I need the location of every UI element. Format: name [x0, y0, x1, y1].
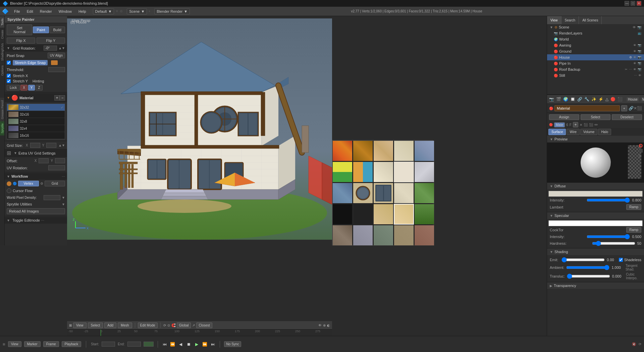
tex-cell-4-3[interactable]: [394, 225, 414, 246]
tex-cell-4-2[interactable]: [373, 225, 393, 246]
sphere-preview-icon[interactable]: ⭕: [639, 144, 643, 148]
offset-y-input[interactable]: 0: [55, 158, 65, 163]
grid-y-input[interactable]: 16: [46, 143, 56, 148]
snap-icon[interactable]: 🧲: [171, 324, 175, 327]
play-reverse-button[interactable]: ◀: [178, 342, 183, 347]
outliner-awning[interactable]: 🔴 Awning 👁 📷: [547, 42, 644, 48]
create-tab[interactable]: Create: [0, 27, 4, 41]
stretch-y-checkbox[interactable]: [7, 79, 11, 83]
object-prop-icon[interactable]: 🔲: [570, 97, 575, 102]
proportional-edit-icon[interactable]: ⊙: [167, 324, 170, 327]
file-menu[interactable]: File: [11, 9, 23, 14]
wire-tab[interactable]: Wire: [567, 129, 580, 135]
uv-rotation-input[interactable]: 0°: [48, 165, 65, 170]
assign-button[interactable]: Assign: [549, 114, 579, 120]
data-icon[interactable]: △: [605, 97, 608, 102]
surface-tab[interactable]: Surface: [548, 129, 566, 135]
window-menu[interactable]: Window: [56, 9, 74, 14]
mode-dropdown[interactable]: Default ▼: [93, 8, 114, 14]
minimize-button[interactable]: —: [625, 1, 629, 6]
tex-cell-1-2[interactable]: [373, 162, 393, 182]
hardness-slider[interactable]: [592, 241, 635, 246]
start-frame-input[interactable]: 1: [102, 342, 115, 347]
uv-align-button[interactable]: UV Align: [48, 53, 65, 58]
tex-cell-2-4[interactable]: [414, 183, 434, 203]
snap-to-selector[interactable]: Closest: [196, 322, 212, 328]
timeline-menu-icon[interactable]: ⊞: [3, 343, 5, 346]
material-item-0[interactable]: 32x32 ✓: [7, 104, 65, 111]
view-tab[interactable]: View: [547, 16, 561, 24]
options-tab[interactable]: Options: [0, 63, 4, 78]
stretch-edge-checkbox[interactable]: [7, 61, 11, 65]
constraint-icon[interactable]: 🔗: [577, 97, 582, 102]
reload-images-button[interactable]: Reload All Images: [7, 208, 65, 214]
material-item-1[interactable]: 32x16: [7, 111, 65, 118]
tex-cell-3-2[interactable]: [373, 204, 393, 225]
plus-button[interactable]: +: [621, 105, 627, 111]
stretch-x-checkbox[interactable]: [7, 74, 11, 78]
outliner-ground[interactable]: 🔴 Ground 👁 📷: [547, 48, 644, 54]
x-icon[interactable]: ✕: [634, 106, 637, 111]
marker-btn[interactable]: Marker: [24, 341, 41, 347]
tex-cell-1-3[interactable]: [394, 162, 414, 182]
outliner-renderlayers[interactable]: 📷 RenderLayers 📺: [547, 30, 644, 36]
view-btn[interactable]: View: [73, 322, 87, 328]
pivot-point-icon[interactable]: ⟳: [163, 324, 166, 327]
frame-btn[interactable]: Frame: [43, 341, 59, 347]
outliner-house[interactable]: 🔴 House ⚙ 👁 📷: [547, 54, 644, 60]
shadeless-checkbox[interactable]: [619, 258, 623, 262]
tex-cell-4-4[interactable]: [414, 225, 434, 246]
audio-mute-icon[interactable]: 🔇: [632, 342, 636, 346]
world-pixel-input[interactable]: 32 px: [44, 195, 60, 200]
deselect-button[interactable]: Deselect: [612, 114, 642, 120]
maximize-button[interactable]: □: [631, 1, 635, 6]
grid-rotation-input[interactable]: [44, 46, 57, 51]
shading-icon[interactable]: ◐: [327, 324, 330, 327]
tex-cell-4-0[interactable]: [332, 225, 353, 246]
texture-icon[interactable]: ⬛: [618, 97, 623, 102]
paint-tab[interactable]: Paint: [33, 26, 49, 33]
tools-tab[interactable]: Tools: [0, 16, 4, 27]
link-icon[interactable]: 🔗: [629, 106, 634, 111]
viewport-3d[interactable]: (0) House X Z: [67, 18, 332, 240]
tex-cell-0-1[interactable]: [353, 140, 373, 161]
outliner-world[interactable]: 🌍 World: [547, 36, 644, 42]
mesh-btn[interactable]: Mesh: [118, 322, 132, 328]
plane-preview-icon[interactable]: ◻: [639, 154, 643, 158]
grid-button[interactable]: Grid: [45, 181, 65, 186]
tex-cell-2-3[interactable]: [394, 183, 414, 203]
tex-cell-1-0[interactable]: [332, 162, 353, 182]
search-tab[interactable]: Search: [561, 16, 579, 24]
flip-x-button[interactable]: Flip X: [7, 38, 35, 44]
specular-color[interactable]: [548, 220, 643, 226]
tex-cell-2-2[interactable]: [373, 183, 393, 203]
cube-preview-icon[interactable]: ⬛: [639, 149, 643, 153]
manipulator-icon[interactable]: ⊕: [323, 324, 326, 327]
grid-x-input[interactable]: 16: [30, 143, 40, 148]
scene-dropdown[interactable]: Scene ▼: [127, 8, 147, 14]
reload-images-row[interactable]: Reload All Images: [5, 207, 67, 215]
material-item-2[interactable]: 32x8: [7, 118, 65, 125]
mate-button[interactable]: Mate: [554, 122, 565, 127]
data-button[interactable]: [594, 124, 598, 125]
intensity-slider[interactable]: [587, 197, 630, 203]
tex-cell-2-1[interactable]: [353, 183, 373, 203]
material-add-button[interactable]: +: [54, 95, 60, 101]
edit-menu[interactable]: Edit: [24, 9, 36, 14]
volume-tab[interactable]: Volume: [580, 129, 597, 135]
viewport-menu-icon[interactable]: ⊞: [69, 324, 72, 327]
global-selector[interactable]: Global: [177, 322, 191, 328]
transluc-slider[interactable]: [567, 274, 610, 279]
diffuse-ramp-button[interactable]: Ramp: [626, 204, 641, 210]
outliner-roofbackup[interactable]: 🔴 Roof Backup ✂ ⋯ 👁 📷: [547, 66, 644, 72]
material-icon[interactable]: 🔴: [610, 97, 615, 102]
edit-mode-selector[interactable]: Edit Mode: [138, 322, 158, 328]
render-prop-icon[interactable]: 📷: [549, 97, 554, 102]
material-item-3[interactable]: 32x4: [7, 125, 65, 132]
physics-icon[interactable]: ⚡: [598, 97, 603, 102]
end-frame-input[interactable]: 250: [127, 342, 141, 347]
particles-icon[interactable]: ✨: [591, 97, 596, 102]
modifier-icon[interactable]: 🔧: [584, 97, 589, 102]
tex-cell-1-4[interactable]: [414, 162, 434, 182]
lock-button[interactable]: Lock: [7, 85, 20, 91]
